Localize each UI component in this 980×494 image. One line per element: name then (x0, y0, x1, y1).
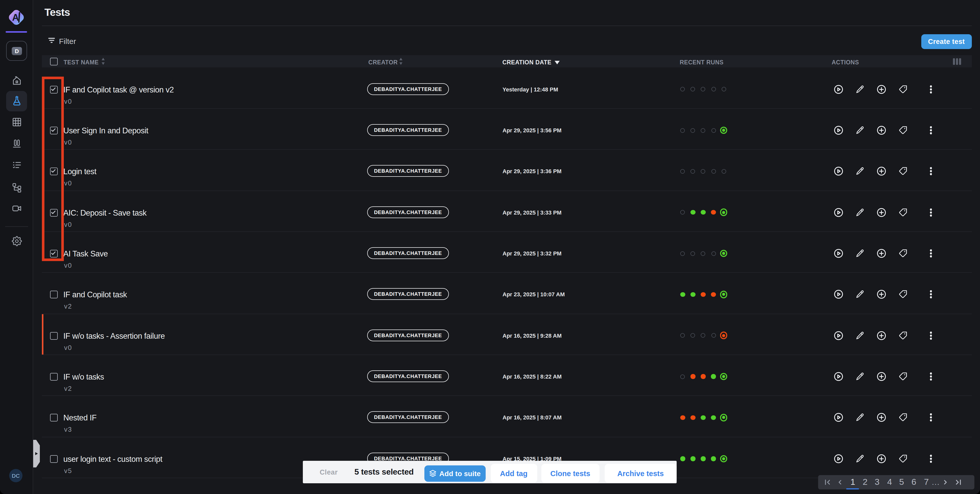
svg-text:A: A (12, 12, 19, 23)
